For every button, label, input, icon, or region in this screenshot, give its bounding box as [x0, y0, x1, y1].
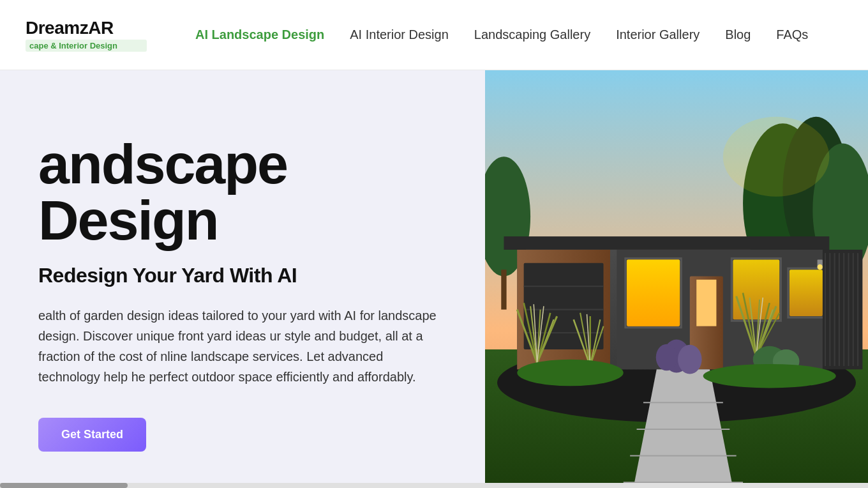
svg-rect-69: [843, 253, 844, 366]
header: DreamzAR cape & Interior Design AI Lands…: [0, 0, 868, 70]
svg-rect-68: [839, 253, 840, 366]
hero-image: [485, 70, 868, 488]
svg-rect-65: [825, 253, 826, 366]
nav-item-interior[interactable]: AI Interior Design: [340, 22, 459, 47]
svg-rect-66: [829, 253, 830, 366]
svg-rect-23: [696, 280, 716, 326]
nav-item-landscape[interactable]: AI Landscape Design: [185, 22, 334, 47]
svg-point-75: [723, 117, 829, 197]
svg-rect-8: [501, 270, 506, 309]
svg-rect-26: [789, 270, 823, 316]
hero-content: andscape Design Redesign Your Yard With …: [0, 70, 485, 488]
svg-rect-20: [627, 260, 680, 326]
svg-rect-11: [504, 236, 829, 250]
svg-rect-64: [823, 250, 862, 369]
main-nav: AI Landscape Design AI Interior Design L…: [185, 22, 818, 47]
svg-point-60: [678, 345, 701, 374]
svg-rect-72: [857, 253, 858, 366]
nav-item-landscaping-gallery[interactable]: Landscaping Gallery: [464, 22, 601, 47]
svg-rect-67: [834, 253, 835, 366]
svg-point-74: [703, 364, 836, 388]
hero-section: andscape Design Redesign Your Yard With …: [0, 70, 868, 488]
hero-subtitle: Redesign Your Yard With AI: [38, 264, 447, 287]
svg-rect-70: [848, 253, 849, 366]
scrollbar-thumb[interactable]: [0, 483, 128, 488]
logo-tagline: cape & Interior Design: [26, 40, 147, 52]
logo-name: DreamzAR: [26, 18, 147, 38]
logo[interactable]: DreamzAR cape & Interior Design: [26, 18, 147, 52]
svg-point-61: [656, 344, 677, 371]
svg-point-29: [818, 264, 823, 270]
nav-item-interior-gallery[interactable]: Interior Gallery: [606, 22, 710, 47]
nav-item-faqs[interactable]: FAQs: [766, 22, 818, 47]
cta-button[interactable]: Get Started: [38, 418, 146, 452]
house-illustration: [485, 70, 868, 488]
hero-description: ealth of garden design ideas tailored to…: [38, 305, 447, 387]
nav-item-blog[interactable]: Blog: [715, 22, 761, 47]
scrollbar[interactable]: [0, 483, 868, 488]
svg-rect-71: [853, 253, 854, 366]
hero-title: andscape Design: [38, 136, 447, 248]
svg-point-73: [517, 360, 623, 386]
